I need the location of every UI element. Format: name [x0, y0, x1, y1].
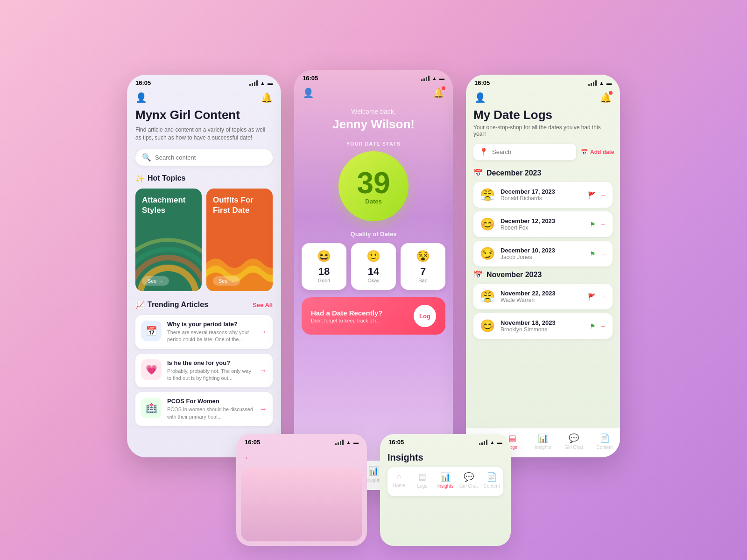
battery-p5: ▬: [497, 440, 502, 445]
bell-wrapper-p2[interactable]: 🔔: [433, 87, 444, 98]
log-actions-1: ⚑ →: [590, 221, 606, 228]
log-emoji-1: 😊: [480, 217, 495, 231]
nav-logs-p5[interactable]: ▤ Logs: [411, 472, 434, 489]
flag-icon-4[interactable]: ⚑: [590, 322, 596, 330]
nav-girlchat-p5[interactable]: 💬 Girl Chat: [457, 472, 480, 489]
log-item-4[interactable]: 😊 November 18, 2023 Brooklyn Simmons ⚑ →: [473, 313, 613, 339]
quality-cards: 😆 18 Good 🙂 14 Okay 😵 7 Bad: [294, 243, 453, 290]
nav-girlchat-label-p3: Girl Chat: [564, 445, 583, 450]
flag-icon-3[interactable]: 🚩: [588, 293, 596, 301]
quality-emoji-2: 😵: [405, 250, 441, 263]
p4-nav-row: ←: [236, 448, 367, 468]
topic-card-attachment-see[interactable]: See →: [142, 276, 169, 286]
article-icon-0: 📅: [141, 321, 162, 341]
add-date-icon: 📅: [581, 149, 588, 155]
p2-welcome-header: Welcome back, Jenny Wilson!: [294, 103, 453, 141]
log-name-4: Brooklyn Simmons: [500, 326, 584, 333]
arrow-icon-1[interactable]: →: [599, 221, 606, 228]
month-label-nov: November 2023: [486, 271, 542, 279]
p1-search-bar[interactable]: 🔍: [135, 149, 273, 166]
p4-content-area: [241, 468, 362, 541]
topic-card-outfits-title: Outfits For First Date: [213, 195, 266, 216]
article-text-2: PCOS For Women PCOS in women should be d…: [167, 398, 254, 420]
topic-card-outfits[interactable]: Outfits For First Date See →: [206, 189, 273, 291]
wifi-icon-p3: ▲: [599, 80, 604, 86]
trending-title: 📈 Trending Articles: [135, 301, 208, 309]
hot-topics-header: ✨ Hot Topics: [135, 174, 273, 183]
back-icon-p4[interactable]: ←: [244, 453, 252, 463]
log-banner-subtitle: Don't forget to keep track of it: [311, 318, 382, 323]
log-item-0[interactable]: 😤 December 17, 2023 Ronald Richards 🚩 →: [473, 182, 613, 208]
article-desc-2: PCOS in women should be discussed with t…: [167, 406, 254, 420]
flag-icon-2[interactable]: ⚑: [590, 250, 596, 258]
quality-text-0: Good: [306, 278, 342, 283]
quality-emoji-0: 😆: [306, 250, 342, 263]
log-item-1[interactable]: 😊 December 12, 2023 Robert Fox ⚑ →: [473, 211, 613, 237]
article-item-1[interactable]: 💗 Is he the one for you? Probably, proba…: [135, 354, 273, 388]
nav-home-label-p5: Home: [393, 483, 405, 488]
flag-icon-0[interactable]: 🚩: [588, 191, 596, 199]
wifi-p4: ▲: [346, 440, 351, 445]
signal-p4: [335, 440, 344, 445]
arrow-icon-0[interactable]: →: [599, 191, 606, 199]
add-date-button[interactable]: 📅 Add date: [581, 149, 614, 155]
nav-content-p5[interactable]: 📄 Content: [480, 472, 503, 489]
log-emoji-3: 😤: [480, 289, 495, 304]
p1-main-content: Mynx Girl Content Find article and conte…: [127, 108, 281, 426]
search-input-p3[interactable]: [492, 148, 571, 155]
log-banner-text: Had a Date Recently? Don't forget to kee…: [311, 309, 382, 323]
log-date-1: December 12, 2023: [500, 217, 584, 224]
add-date-label: Add date: [590, 149, 614, 155]
bell-wrapper-p3[interactable]: 🔔: [600, 92, 612, 103]
status-bar-p4: 16:05 ▲ ▬: [236, 434, 367, 448]
battery-icon-p3: ▬: [606, 80, 612, 86]
arrow-icon-4[interactable]: →: [599, 322, 606, 330]
arrow-icon-3[interactable]: →: [599, 293, 606, 301]
nav-insights-p5[interactable]: 📊 Insights: [434, 472, 457, 489]
month-header-nov: 📅 November 2023: [473, 270, 613, 279]
log-actions-4: ⚑ →: [590, 322, 606, 330]
log-item-2[interactable]: 😏 December 10, 2023 Jacob Jones ⚑ →: [473, 241, 613, 266]
article-title-0: Why is your period late?: [167, 321, 254, 328]
status-icons-p3: ▲ ▬: [588, 80, 612, 86]
log-date-0: December 17, 2023: [500, 188, 582, 195]
quality-num-2: 7: [405, 266, 441, 278]
topic-card-attachment[interactable]: Attachment Styles See →: [135, 189, 202, 291]
flag-icon-1[interactable]: ⚑: [590, 221, 596, 228]
user-name: Jenny Wilson!: [303, 117, 444, 132]
log-item-3[interactable]: 😤 November 22, 2023 Wade Warren 🚩 →: [473, 284, 613, 309]
article-arrow-1[interactable]: →: [260, 366, 267, 375]
nav-home-p5[interactable]: ⌂ Home: [388, 472, 411, 489]
article-icon-1: 💗: [141, 359, 162, 380]
article-arrow-2[interactable]: →: [260, 405, 267, 413]
article-item-2[interactable]: 🏥 PCOS For Women PCOS in women should be…: [135, 392, 273, 426]
date-search-row: 📍 📅 Add date: [473, 144, 613, 160]
article-arrow-0[interactable]: →: [260, 328, 267, 336]
article-desc-1: Probably, probably not. The only way to …: [167, 368, 254, 382]
article-text-1: Is he the one for you? Probably, probabl…: [167, 359, 254, 382]
log-info-0: December 17, 2023 Ronald Richards: [500, 188, 582, 202]
date-search-bar[interactable]: 📍: [473, 144, 576, 160]
top-nav-p2: 👤 🔔: [294, 84, 453, 103]
nav-girlchat-p3[interactable]: 💬 Girl Chat: [558, 433, 589, 450]
status-icons-p1: ▲ ▬: [249, 80, 273, 86]
see-all-button[interactable]: See All: [253, 301, 273, 308]
nav-insights-p3[interactable]: 📊 Insights: [528, 433, 558, 450]
search-icon-p3: 📍: [479, 147, 488, 156]
top-nav-p3: 👤 🔔: [466, 89, 620, 108]
log-name-2: Jacob Jones: [500, 254, 584, 260]
p1-app-subtitle: Find article and content on a variety of…: [135, 126, 273, 142]
nav-content-p3[interactable]: 📄 Content: [589, 433, 620, 450]
bell-wrapper-p1[interactable]: 🔔: [261, 92, 273, 103]
notification-dot-p3: [609, 91, 613, 95]
month-label-dec: December 2023: [486, 169, 541, 177]
user-icon-p1: 👤: [135, 92, 147, 103]
p3-subtitle: Your one-stop-shop for all the dates you…: [473, 124, 613, 137]
arrow-icon-2[interactable]: →: [599, 250, 606, 258]
log-button[interactable]: Log: [414, 305, 436, 327]
p5-content: Insights: [380, 448, 511, 467]
topic-card-outfits-see[interactable]: See →: [213, 276, 240, 286]
search-input-p1[interactable]: [155, 154, 266, 161]
article-item-0[interactable]: 📅 Why is your period late? There are sev…: [135, 315, 273, 349]
log-banner[interactable]: Had a Date Recently? Don't forget to kee…: [302, 297, 445, 335]
